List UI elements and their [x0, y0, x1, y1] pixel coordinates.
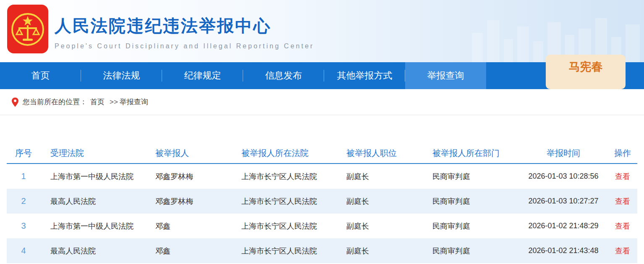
cell-reported-court: 上海市长宁区人民法院	[231, 172, 336, 182]
cell-position: 副庭长	[336, 221, 422, 231]
nav-item-discipline-rules[interactable]: 纪律规定	[162, 62, 243, 89]
table-header-row: 序号 受理法院 被举报人 被举报人所在法院 被举报人职位 被举报人所在部门 举报…	[7, 143, 637, 164]
cell-reported-court: 上海市长宁区人民法院	[231, 196, 336, 206]
location-pin-icon	[12, 98, 18, 107]
cell-position: 副庭长	[336, 196, 422, 206]
nav-item-laws[interactable]: 法律法规	[81, 62, 162, 89]
breadcrumb-prefix: 您当前所在的位置：	[23, 97, 87, 107]
nav-item-information[interactable]: 信息发布	[243, 62, 324, 89]
user-name-button[interactable]: 马宪春	[546, 55, 626, 89]
cell-index: 3	[7, 221, 40, 231]
col-header-department: 被举报人所在部门	[422, 148, 519, 159]
view-link[interactable]: 查看	[615, 197, 630, 206]
col-header-accepting-court: 受理法院	[40, 148, 145, 159]
cell-accepting-court: 最高人民法院	[40, 196, 145, 206]
cell-position: 副庭长	[336, 246, 422, 256]
cell-reported-person: 邓鑫	[145, 246, 231, 256]
cell-position: 副庭长	[336, 172, 422, 182]
cell-index: 4	[7, 246, 40, 256]
cell-reported-person: 邓鑫罗林梅	[145, 196, 231, 206]
cell-department: 民商审判庭	[422, 196, 519, 206]
view-link[interactable]: 查看	[615, 247, 630, 255]
nav-item-home[interactable]: 首页	[0, 62, 81, 89]
table-row: 3 上海市第一中级人民法院 邓鑫 上海市长宁区人民法院 副庭长 民商审判庭 20…	[7, 214, 637, 238]
cell-report-time: 2026-01-02 21:43:48	[519, 246, 608, 255]
view-link[interactable]: 查看	[615, 222, 630, 230]
breadcrumb-home-link[interactable]: 首页	[90, 97, 105, 107]
cell-report-time: 2026-01-03 10:28:56	[519, 172, 608, 181]
cell-reported-court: 上海市长宁区人民法院	[231, 246, 336, 256]
cell-department: 民商审判庭	[422, 221, 519, 231]
table-row: 4 最高人民法院 邓鑫 上海市长宁区人民法院 副庭长 民商审判庭 2026-01…	[7, 238, 637, 263]
cell-department: 民商审判庭	[422, 172, 519, 182]
cell-reported-person: 邓鑫	[145, 221, 231, 231]
col-header-action: 操作	[608, 148, 637, 159]
cell-accepting-court: 最高人民法院	[40, 246, 145, 256]
site-header: 人民法院违纪违法举报中心 People's Court Disciplinary…	[0, 0, 644, 62]
cell-report-time: 2026-01-02 21:48:29	[519, 222, 608, 230]
nav-item-report-query[interactable]: 举报查询	[405, 62, 486, 89]
cell-accepting-court: 上海市第一中级人民法院	[40, 221, 145, 231]
cell-reported-person: 邓鑫罗林梅	[145, 172, 231, 182]
cell-index: 1	[7, 172, 40, 181]
col-header-index: 序号	[7, 148, 40, 159]
col-header-report-time: 举报时间	[519, 148, 608, 159]
site-subtitle: People's Court Disciplinary and Illegal …	[55, 42, 314, 50]
cell-accepting-court: 上海市第一中级人民法院	[40, 172, 145, 182]
nav-item-other-report-methods[interactable]: 其他举报方式	[324, 62, 405, 89]
col-header-reported-person: 被举报人	[145, 148, 231, 159]
col-header-position: 被举报人职位	[336, 148, 422, 159]
site-title: 人民法院违纪违法举报中心	[55, 14, 314, 37]
view-link[interactable]: 查看	[615, 172, 630, 181]
breadcrumb: 您当前所在的位置： 首页 >> 举报查询	[0, 89, 644, 115]
table-row: 1 上海市第一中级人民法院 邓鑫罗林梅 上海市长宁区人民法院 副庭长 民商审判庭…	[7, 164, 637, 189]
report-table: 序号 受理法院 被举报人 被举报人所在法院 被举报人职位 被举报人所在部门 举报…	[7, 143, 637, 263]
cell-index: 2	[7, 196, 40, 206]
breadcrumb-separator: >>	[110, 98, 118, 106]
main-nav: 首页 法律法规 纪律规定 信息发布 其他举报方式 举报查询 马宪春	[0, 62, 644, 89]
cell-department: 民商审判庭	[422, 246, 519, 256]
col-header-reported-court: 被举报人所在法院	[231, 148, 336, 159]
cell-report-time: 2026-01-03 10:27:27	[519, 197, 608, 206]
table-row: 2 最高人民法院 邓鑫罗林梅 上海市长宁区人民法院 副庭长 民商审判庭 2026…	[7, 189, 637, 214]
cell-reported-court: 上海市长宁区人民法院	[231, 221, 336, 231]
breadcrumb-current: 举报查询	[120, 97, 148, 107]
court-emblem-logo	[7, 4, 49, 54]
